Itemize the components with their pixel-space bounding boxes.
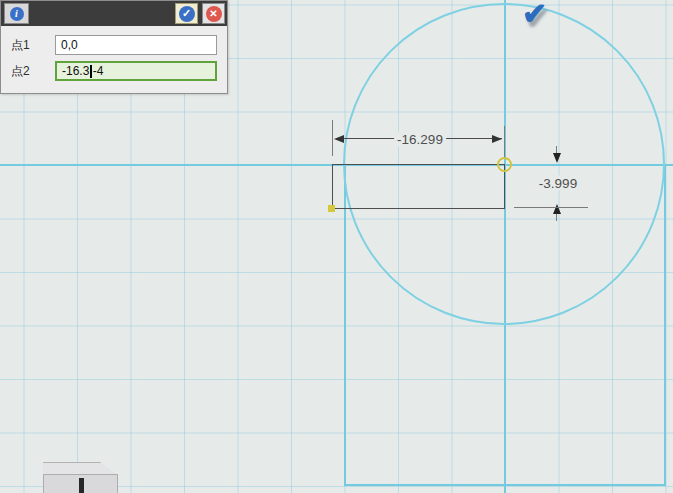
dim-h-value[interactable]: -16.299 <box>394 132 446 147</box>
confirm-checkmark-cursor-icon: ✔ <box>522 0 547 31</box>
cancel-button[interactable]: ✕ <box>202 3 225 24</box>
dim-v-extension-bottom <box>514 207 588 208</box>
dim-h-extension-right <box>504 126 505 157</box>
dialog-body: 点1 0,0 点2 -16.3 -4 <box>1 26 227 81</box>
point2-row: 点2 -16.3 -4 <box>11 61 217 81</box>
origin-point-ring-icon[interactable] <box>497 157 512 172</box>
dim-v-value[interactable]: -3.999 <box>536 176 580 191</box>
confirm-button[interactable]: ✓ <box>175 3 198 24</box>
sketch-canvas[interactable]: -16.299 -3.999 ✔ i ✓ ✕ 点1 <box>0 0 673 493</box>
point1-input[interactable]: 0,0 <box>55 35 217 55</box>
info-icon: i <box>10 7 24 21</box>
point2-value-after-cursor: -4 <box>93 64 104 78</box>
point2-input[interactable]: -16.3 -4 <box>55 61 217 81</box>
corner-point-dot-icon[interactable] <box>328 205 335 212</box>
sketch-rectangle[interactable] <box>332 164 505 209</box>
info-button[interactable]: i <box>4 3 29 24</box>
point1-row: 点1 0,0 <box>11 35 217 55</box>
dim-v-arrow-down-icon <box>553 153 561 163</box>
dim-h-arrow-left-icon <box>334 135 344 143</box>
dim-v-arrow-up-icon <box>553 204 561 214</box>
confirm-check-icon: ✓ <box>179 6 195 22</box>
dim-v-tail-bottom <box>556 214 557 221</box>
point1-value: 0,0 <box>61 38 78 52</box>
point-input-dialog: i ✓ ✕ 点1 0,0 点2 -16.3 -4 <box>0 0 228 94</box>
text-cursor <box>90 65 92 78</box>
point2-value-before-cursor: -16.3 <box>62 64 89 78</box>
point2-label: 点2 <box>11 63 55 80</box>
dim-h-arrow-right-icon <box>492 135 502 143</box>
dialog-titlebar[interactable]: i ✓ ✕ <box>1 1 227 26</box>
dim-h-extension-left <box>332 120 333 156</box>
cancel-x-icon: ✕ <box>206 6 222 22</box>
point1-label: 点1 <box>11 37 55 54</box>
view-cube-label-mark <box>79 478 84 493</box>
